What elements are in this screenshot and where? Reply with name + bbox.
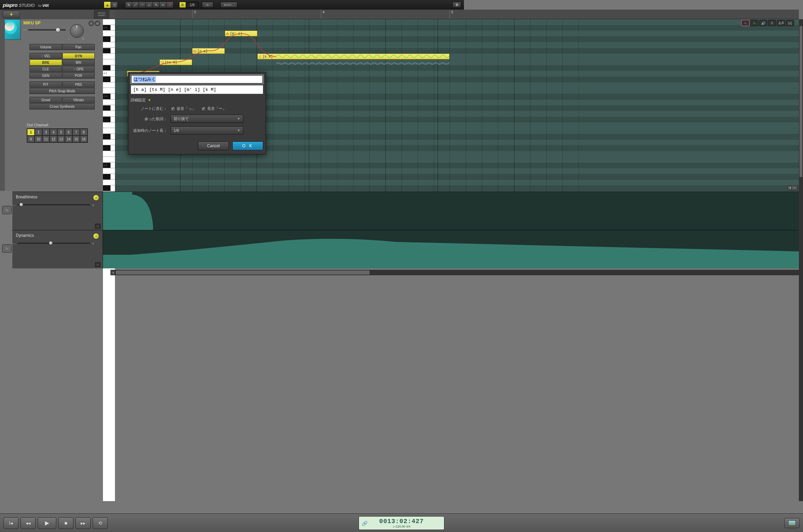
note[interactable]: く[k M] — [257, 54, 450, 59]
param-ope[interactable]: ıılOPE — [62, 66, 95, 72]
snap-grid-icon[interactable]: ⊞ — [179, 2, 186, 8]
param-vibrato[interactable]: Vibrato — [62, 97, 95, 103]
line-tool[interactable]: ／ — [132, 2, 139, 8]
channel-14[interactable]: 14 — [65, 136, 72, 142]
param-dyn[interactable]: DYN — [62, 53, 95, 59]
track-name: MIKU SP — [23, 21, 40, 25]
param-pit[interactable]: PIT — [30, 81, 62, 88]
dynamics-lane: Dynamics A – + − — [12, 230, 464, 268]
breathiness-lane: Breathiness A – + − — [12, 192, 464, 230]
octave-display[interactable]: r3¬ — [202, 2, 213, 8]
param-por[interactable]: POR — [62, 72, 95, 79]
lane-collapse[interactable]: − — [95, 262, 101, 267]
param-bri[interactable]: BRI — [62, 59, 95, 66]
timeline-ruler[interactable]: 3 4 5 — [115, 10, 464, 19]
param-vel[interactable]: ıılVEL — [30, 53, 62, 59]
param-pitch-snap[interactable]: Pitch Snap Mode — [30, 88, 95, 94]
channel-1[interactable]: 1 — [27, 129, 35, 136]
channel-13[interactable]: 13 — [57, 136, 65, 142]
channel-5[interactable]: 5 — [57, 129, 65, 136]
note[interactable]: み[m' i] — [225, 31, 257, 36]
param-cle[interactable]: CLE — [30, 66, 62, 72]
param-pan[interactable]: Pan — [62, 44, 95, 50]
lane-auto-button[interactable]: A — [93, 233, 99, 239]
plus-icon: + — [92, 241, 94, 246]
channel-6[interactable]: 6 — [65, 129, 72, 136]
lane-toggle-icon[interactable]: ∿ — [2, 244, 12, 253]
param-pbs[interactable]: PBS — [62, 81, 95, 88]
pan-right-label: R — [82, 38, 84, 40]
channel-11[interactable]: 11 — [42, 136, 50, 142]
auto-mode[interactable]: AUTO.... — [220, 2, 237, 8]
scroll-left[interactable]: ◂ — [110, 270, 115, 275]
solo-button[interactable]: S — [89, 21, 94, 26]
select-tool[interactable]: ◫ — [111, 2, 118, 8]
param-volume[interactable]: Volume — [30, 44, 62, 50]
advanced-toggle[interactable]: 詳細設定▼ — [131, 97, 263, 103]
curve-tool[interactable]: 〰 — [139, 2, 146, 8]
out-channel-label: Out Channel: — [27, 123, 88, 127]
param-growl[interactable]: Growl — [30, 97, 62, 103]
pencil-tool[interactable]: ✎ — [125, 2, 132, 8]
lane-auto-button[interactable]: A — [93, 195, 99, 201]
channel-3[interactable]: 3 — [42, 129, 50, 136]
eraser-tool[interactable]: ▱ — [146, 2, 153, 8]
h-scrollbar[interactable] — [115, 270, 464, 275]
channel-9[interactable]: 9 — [27, 136, 35, 142]
minus-icon: – — [13, 203, 15, 208]
lane-toggle-icon[interactable]: ∿ — [2, 206, 12, 214]
note[interactable]: ね[n e] — [192, 48, 225, 54]
phoneme-display[interactable]: [h a] [ts M] [n e] [m' i] [k M] — [131, 85, 263, 94]
snap-value[interactable]: 1/8 — [186, 2, 198, 8]
lyric-input[interactable] — [131, 75, 263, 84]
channel-10[interactable]: 10 — [35, 136, 42, 142]
sokuon-checkbox[interactable] — [171, 106, 175, 111]
highlight-tool[interactable]: ✎ — [153, 2, 160, 8]
lane-slider[interactable] — [18, 204, 90, 205]
delete-tool[interactable]: ✕ — [166, 2, 173, 8]
lane-collapse[interactable]: − — [95, 224, 101, 229]
volume-slider[interactable] — [28, 29, 66, 31]
dynamics-graph[interactable] — [103, 230, 464, 268]
channel-2[interactable]: 2 — [35, 129, 42, 136]
overflow-select[interactable]: 切り捨て▼ — [171, 115, 243, 123]
app-logo: piaproSTUDIO for V4X — [3, 2, 49, 8]
bar-marker: 4 — [321, 10, 325, 19]
meter-tempo-box[interactable]: METERTEMPO — [94, 10, 109, 19]
ok-button[interactable]: O K — [232, 141, 263, 150]
draw-tool-group: ✎ ／ 〰 ▱ ✎ ✂ ✕ — [125, 1, 174, 8]
knife-tool[interactable]: ✂ — [160, 2, 166, 8]
pan-left-label: L — [69, 38, 70, 40]
channel-7[interactable]: 7 — [72, 129, 80, 136]
top-toolbar: piaproSTUDIO for V4X ▲ ◫ ✎ ／ 〰 ▱ ✎ ✂ ✕ ⊞… — [0, 0, 464, 10]
plus-icon: + — [92, 203, 94, 208]
overflow-label: 余った歌詞： — [131, 116, 171, 122]
add-track-button[interactable]: + — [3, 11, 20, 18]
arrow-tool[interactable]: ▲ — [104, 2, 111, 8]
breathiness-graph[interactable] — [103, 192, 464, 230]
channel-16[interactable]: 16 — [80, 136, 88, 142]
bar-marker: 5 — [450, 10, 453, 19]
param-cross-synthesis[interactable]: Cross Synthesis — [30, 103, 95, 109]
pan-knob[interactable] — [70, 24, 84, 38]
inspector-strip — [0, 19, 5, 191]
note[interactable]: つ[ts M] — [160, 59, 192, 65]
chouon-checkbox[interactable] — [201, 106, 206, 111]
channel-15[interactable]: 15 — [72, 136, 80, 142]
param-bre[interactable]: BRE — [30, 59, 62, 66]
channel-12[interactable]: 12 — [50, 136, 57, 142]
minus-icon: – — [13, 241, 15, 246]
chouon-label: 長音「ー」 — [207, 106, 226, 111]
param-gen[interactable]: GEN — [30, 72, 62, 79]
lane-slider[interactable] — [18, 243, 90, 244]
parameter-grid: Volume Pan ıılVEL DYN BRE BRI CLE ıılOPE… — [30, 44, 95, 109]
include-label: ノートに含む： — [131, 106, 171, 111]
settings-button[interactable]: ✻ — [452, 2, 461, 8]
channel-4[interactable]: 4 — [50, 129, 57, 136]
mute-button[interactable]: M — [95, 21, 100, 26]
notelen-label: 追加時のノート長： — [131, 128, 171, 133]
volume-icon: ıııl — [23, 28, 26, 31]
notelen-select[interactable]: 1/8▼ — [171, 126, 243, 135]
cancel-button[interactable]: Cancel — [198, 141, 229, 150]
channel-8[interactable]: 8 — [80, 129, 88, 136]
